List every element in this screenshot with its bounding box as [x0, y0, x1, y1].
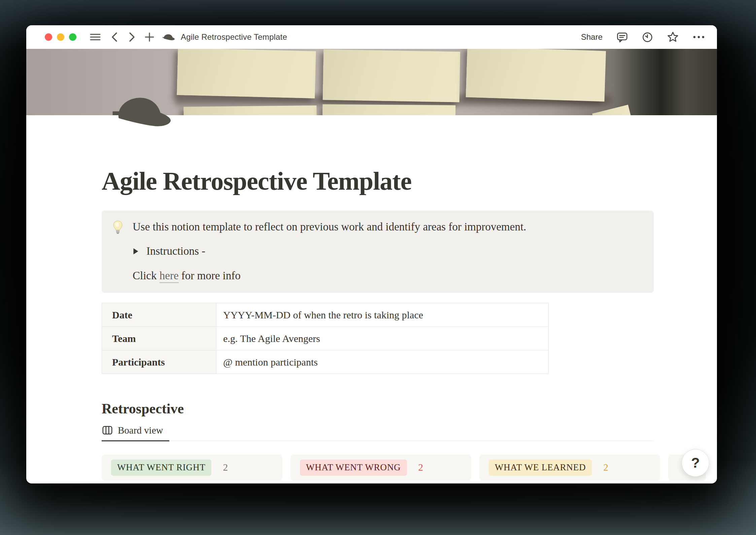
page-cap-icon-small	[162, 34, 175, 41]
board-columns-row: WHAT WENT RIGHT 2 WHAT WENT WRONG 2 WHAT…	[102, 454, 717, 481]
table-label-cell[interactable]: Date	[102, 303, 216, 327]
table-row: Team e.g. The Agile Avengers	[102, 327, 549, 350]
sticky-note	[322, 104, 456, 115]
back-icon[interactable]	[110, 32, 119, 42]
board-column-what-went-wrong: WHAT WENT WRONG 2	[290, 454, 471, 481]
table-value-cell[interactable]: @ mention participants	[216, 350, 549, 374]
board-column-what-went-right: WHAT WENT RIGHT 2	[102, 454, 282, 481]
board-view-icon	[102, 425, 112, 435]
callout-link-line: Click here for more info	[133, 268, 640, 283]
new-tab-icon[interactable]	[144, 32, 154, 42]
hamburger-menu-icon[interactable]	[90, 33, 101, 41]
sticky-note	[177, 49, 316, 98]
page-title[interactable]: Agile Retrospective Template	[102, 166, 654, 196]
info-table: Date YYYY-MM-DD of when the retro is tak…	[102, 303, 549, 374]
sticky-note	[592, 105, 634, 115]
notion-app-window: Agile Retrospective Template Share	[26, 25, 717, 483]
comments-icon[interactable]	[617, 32, 628, 43]
titlebar-actions: Share	[581, 31, 705, 43]
table-label-cell[interactable]: Participants	[102, 350, 216, 374]
minimize-window-button[interactable]	[57, 33, 64, 41]
more-ellipsis-icon[interactable]	[693, 35, 705, 39]
group-badge[interactable]: WHAT WENT WRONG	[300, 460, 407, 476]
callout-block: Use this notion template to reflect on p…	[102, 211, 654, 293]
table-label-cell[interactable]: Team	[102, 327, 216, 350]
tab-board-view[interactable]: Board view	[102, 422, 169, 441]
forward-icon[interactable]	[128, 32, 136, 42]
table-row: Participants @ mention participants	[102, 350, 549, 374]
page-content: Agile Retrospective Template Use this no…	[102, 166, 654, 481]
close-window-button[interactable]	[45, 33, 52, 41]
light-bulb-emoji	[111, 219, 125, 235]
group-count: 2	[223, 462, 228, 473]
titlebar: Agile Retrospective Template Share	[26, 25, 717, 49]
board-column-what-we-learned: WHAT WE LEARNED 2	[479, 454, 660, 481]
toggle-triangle-icon[interactable]	[133, 247, 139, 255]
section-heading-retrospective: Retrospective	[102, 400, 654, 417]
here-link[interactable]: here	[160, 270, 179, 283]
updates-clock-icon[interactable]	[642, 32, 653, 43]
sticky-note	[183, 105, 317, 115]
sticky-note	[323, 49, 460, 102]
instructions-toggle[interactable]: Instructions -	[133, 244, 640, 259]
page-icon-cap[interactable]	[109, 96, 171, 128]
group-badge[interactable]: WHAT WENT RIGHT	[111, 460, 211, 476]
sticky-note	[466, 49, 606, 101]
table-value-cell[interactable]: YYYY-MM-DD of when the retro is taking p…	[216, 303, 549, 327]
share-button[interactable]: Share	[581, 32, 603, 42]
callout-intro-text: Use this notion template to reflect on p…	[133, 219, 640, 234]
database-views-bar: Board view	[102, 422, 654, 441]
help-button[interactable]: ?	[682, 449, 709, 477]
group-count: 2	[418, 462, 423, 473]
table-row: Date YYYY-MM-DD of when the retro is tak…	[102, 303, 549, 327]
link-suffix-text: for more info	[179, 270, 241, 282]
group-badge[interactable]: WHAT WE LEARNED	[489, 460, 592, 476]
table-value-cell[interactable]: e.g. The Agile Avengers	[216, 327, 549, 350]
link-prefix-text: Click	[133, 270, 160, 282]
instructions-toggle-label: Instructions -	[146, 244, 205, 259]
zoom-window-button[interactable]	[69, 33, 76, 41]
group-count: 2	[603, 462, 608, 473]
board-view-label: Board view	[118, 425, 163, 436]
favorite-star-icon[interactable]	[667, 31, 679, 43]
traffic-lights	[45, 33, 76, 41]
window-page-title: Agile Retrospective Template	[181, 32, 287, 42]
